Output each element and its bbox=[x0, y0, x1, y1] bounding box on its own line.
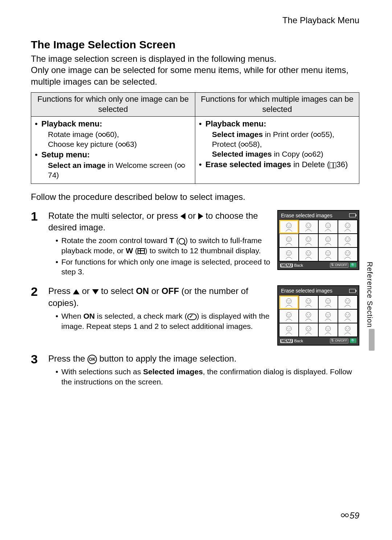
thumbnail bbox=[338, 309, 358, 323]
ref-icon bbox=[118, 142, 126, 148]
step-1-bullet-1: Rotate the zoom control toward T () to s… bbox=[56, 235, 271, 255]
s1-b1-w-post: ( bbox=[133, 246, 138, 255]
thumbnail bbox=[338, 234, 358, 247]
thumbnail bbox=[299, 247, 318, 261]
right-selected-tail: in Copy ( bbox=[272, 150, 305, 158]
right-playback-label: Playback menu: bbox=[205, 119, 266, 128]
thumbnail bbox=[279, 247, 299, 261]
thumbnail bbox=[318, 323, 338, 337]
s1-b1-W: W bbox=[126, 246, 133, 255]
right-selected-ref: 62 bbox=[312, 150, 320, 158]
thumbnail bbox=[338, 295, 358, 309]
left-rotate-post: ), bbox=[114, 130, 119, 138]
ref-icon bbox=[341, 512, 349, 518]
s2-b1-on: ON bbox=[83, 312, 95, 320]
functions-table: Functions for which only one image can b… bbox=[31, 92, 359, 184]
s3-b1-bold: Selected images bbox=[143, 367, 203, 376]
step-1-bullet-2: For functions for which only one image i… bbox=[56, 257, 271, 277]
thumbnail bbox=[338, 247, 358, 261]
left-rotate-ref: 60 bbox=[106, 130, 114, 138]
thumbnail bbox=[279, 323, 299, 337]
thumbnail bbox=[318, 309, 338, 323]
lcd2-grid bbox=[279, 295, 358, 337]
thumbnail-grid-icon bbox=[138, 248, 145, 254]
zoom-indicator-icon: 🔍 bbox=[350, 338, 356, 343]
col2-header: Functions for which multiple images can … bbox=[195, 92, 359, 116]
s2-head-seg: to select bbox=[99, 286, 136, 296]
thumbnail bbox=[279, 309, 299, 323]
step-2: 2 Press or to select ON or OFF (or the n… bbox=[31, 285, 359, 345]
page-header: The Playback Menu bbox=[31, 15, 359, 26]
ref-icon bbox=[304, 152, 312, 158]
thumbnail bbox=[318, 295, 338, 309]
s1-b1-t-post: ( bbox=[174, 236, 179, 245]
thumbnail bbox=[299, 295, 318, 309]
left-keypic-ref: 63 bbox=[126, 140, 134, 148]
right-selected-bold: Selected images bbox=[212, 150, 272, 158]
ref-icon bbox=[177, 163, 185, 169]
magnify-icon bbox=[179, 238, 185, 245]
s1-b1-tail: ) to switch to 12 thumbnail display. bbox=[145, 246, 261, 255]
thumbnail bbox=[299, 220, 318, 234]
thumbnail bbox=[299, 323, 318, 337]
battery-icon bbox=[349, 213, 356, 217]
back-label: Back bbox=[294, 339, 303, 343]
right-selimg-post: ), bbox=[330, 130, 334, 138]
right-selected-post: ) bbox=[321, 150, 323, 158]
step-2-bullet-1: When ON is selected, a check mark () is … bbox=[56, 311, 271, 331]
right-selimg-bold: Select images bbox=[212, 130, 263, 138]
thumbnail bbox=[299, 309, 318, 323]
thumbnail bbox=[299, 234, 318, 247]
main-heading: The Image Selection Screen bbox=[31, 37, 359, 52]
step-3-bullet-1: With selections such as Selected images,… bbox=[56, 367, 359, 387]
step-1: 1 Rotate the multi selector, or press or… bbox=[31, 210, 359, 278]
step-3-number: 3 bbox=[31, 353, 43, 388]
s1-head-mid: or bbox=[185, 211, 198, 221]
menu-tag: MENU bbox=[280, 263, 293, 267]
lcd-screenshot-2: Erase selected images bbox=[277, 285, 359, 345]
left-welcome-ref: 74 bbox=[48, 171, 56, 179]
thumbnail bbox=[318, 247, 338, 261]
right-erase-post: ) bbox=[345, 160, 348, 169]
thumbnail bbox=[338, 220, 358, 234]
s1-head-pre: Rotate the multi selector, or press bbox=[48, 211, 180, 221]
step-3-heading: Press the OK button to apply the image s… bbox=[48, 353, 359, 364]
left-welcome-post: ) bbox=[56, 171, 59, 179]
lcd1-title: Erase selected images bbox=[281, 212, 332, 219]
right-erase-ref: 36 bbox=[336, 160, 345, 169]
left-setup-label: Setup menu: bbox=[41, 150, 90, 159]
left-welcome-tail: in Welcome screen ( bbox=[106, 161, 177, 169]
s2-head-off: OFF bbox=[162, 286, 179, 296]
s3-head-post: button to apply the image selection. bbox=[97, 354, 236, 363]
follow-text: Follow the procedure described below to … bbox=[31, 191, 359, 202]
checkmark-icon bbox=[187, 314, 197, 320]
left-keypic-pre: Choose key picture ( bbox=[48, 140, 118, 148]
step-2-number: 2 bbox=[31, 285, 43, 345]
right-erase-bold: Erase selected images bbox=[205, 160, 291, 169]
step-1-number: 1 bbox=[31, 210, 43, 278]
s2-head-on: ON bbox=[136, 286, 149, 296]
intro-line1: The image selection screen is displayed … bbox=[31, 53, 359, 64]
battery-icon bbox=[349, 289, 356, 293]
ref-icon bbox=[313, 132, 321, 138]
page-number-value: 59 bbox=[350, 510, 359, 521]
up-arrow-icon bbox=[73, 289, 79, 294]
s2-head-or: or bbox=[149, 286, 162, 296]
side-tab-strip bbox=[369, 329, 375, 351]
left-playback-label: Playback menu: bbox=[41, 119, 102, 128]
s3-head-pre: Press the bbox=[48, 354, 87, 363]
s2-head-pre: Press bbox=[48, 286, 73, 296]
thumbnail bbox=[338, 323, 358, 337]
book-icon bbox=[330, 162, 336, 168]
right-cell: Playback menu: Select images in Print or… bbox=[195, 116, 359, 184]
s3-b1-pre: With selections such as bbox=[61, 367, 143, 376]
step-1-heading: Rotate the multi selector, or press or t… bbox=[48, 210, 271, 234]
step-3: 3 Press the OK button to apply the image… bbox=[31, 353, 359, 388]
side-tab-label: Reference Section bbox=[365, 262, 375, 328]
s1-b1-pre: Rotate the zoom control toward bbox=[61, 236, 170, 245]
zoom-indicator-icon: 🔍 bbox=[350, 263, 356, 267]
back-label: Back bbox=[294, 263, 303, 267]
col1-header: Functions for which only one image can b… bbox=[31, 92, 195, 116]
right-arrow-icon bbox=[198, 213, 203, 219]
thumbnail-1-selected-checked bbox=[279, 295, 299, 309]
